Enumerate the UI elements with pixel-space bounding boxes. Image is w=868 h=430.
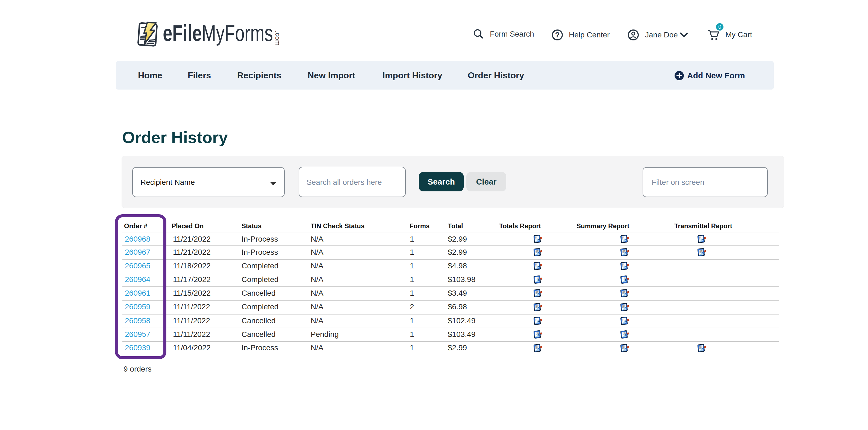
svg-text:?: ? (555, 31, 560, 39)
